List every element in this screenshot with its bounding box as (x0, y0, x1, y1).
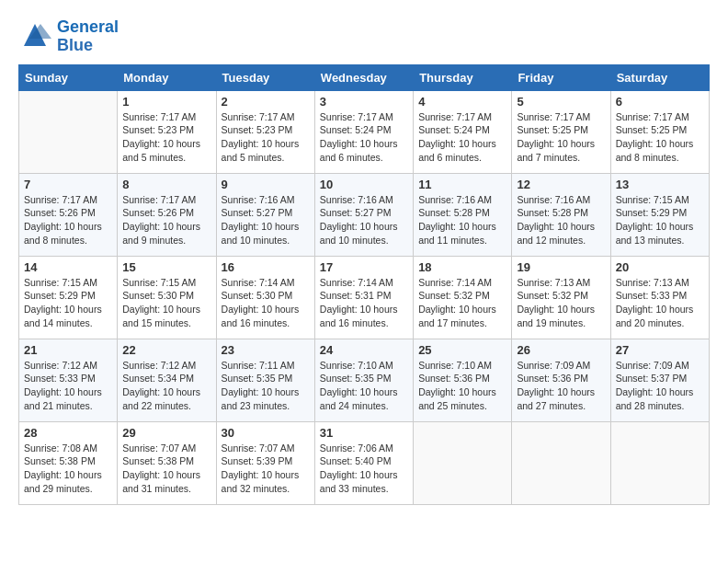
calendar-cell: 9Sunrise: 7:16 AMSunset: 5:27 PMDaylight… (216, 173, 314, 256)
day-number: 15 (122, 260, 210, 274)
calendar-cell: 3Sunrise: 7:17 AMSunset: 5:24 PMDaylight… (314, 90, 413, 173)
day-info: Sunrise: 7:06 AMSunset: 5:40 PMDaylight:… (320, 442, 408, 496)
day-info: Sunrise: 7:15 AMSunset: 5:30 PMDaylight:… (122, 276, 210, 330)
day-number: 17 (320, 260, 408, 274)
calendar-cell: 24Sunrise: 7:10 AMSunset: 5:35 PMDayligh… (314, 339, 413, 421)
day-info: Sunrise: 7:07 AMSunset: 5:38 PMDaylight:… (122, 442, 210, 496)
calendar-cell (512, 421, 610, 504)
calendar-cell: 16Sunrise: 7:14 AMSunset: 5:30 PMDayligh… (216, 256, 314, 339)
day-info: Sunrise: 7:14 AMSunset: 5:31 PMDaylight:… (320, 276, 408, 330)
day-info: Sunrise: 7:14 AMSunset: 5:30 PMDaylight:… (222, 276, 310, 330)
calendar-cell: 6Sunrise: 7:17 AMSunset: 5:25 PMDaylight… (610, 90, 709, 173)
day-info: Sunrise: 7:16 AMSunset: 5:27 PMDaylight:… (222, 193, 310, 247)
day-info: Sunrise: 7:12 AMSunset: 5:34 PMDaylight:… (122, 359, 210, 413)
calendar-cell: 8Sunrise: 7:17 AMSunset: 5:26 PMDaylight… (118, 173, 216, 256)
day-number: 20 (616, 260, 704, 274)
calendar-cell: 28Sunrise: 7:08 AMSunset: 5:38 PMDayligh… (19, 421, 118, 504)
day-number: 14 (24, 260, 112, 274)
day-number: 6 (616, 95, 704, 109)
day-number: 18 (418, 260, 506, 274)
calendar-header: SundayMondayTuesdayWednesdayThursdayFrid… (19, 64, 710, 90)
day-info: Sunrise: 7:09 AMSunset: 5:37 PMDaylight:… (616, 359, 704, 413)
day-info: Sunrise: 7:12 AMSunset: 5:33 PMDaylight:… (24, 359, 112, 413)
col-header-friday: Friday (512, 64, 610, 90)
calendar-cell: 12Sunrise: 7:16 AMSunset: 5:28 PMDayligh… (512, 173, 610, 256)
day-number: 21 (24, 343, 112, 357)
day-number: 26 (517, 343, 605, 357)
day-info: Sunrise: 7:17 AMSunset: 5:26 PMDaylight:… (122, 193, 210, 247)
day-info: Sunrise: 7:13 AMSunset: 5:32 PMDaylight:… (517, 276, 605, 330)
col-header-saturday: Saturday (610, 64, 709, 90)
day-info: Sunrise: 7:10 AMSunset: 5:35 PMDaylight:… (320, 359, 408, 413)
day-info: Sunrise: 7:15 AMSunset: 5:29 PMDaylight:… (616, 193, 704, 247)
day-number: 8 (122, 178, 210, 191)
calendar-cell: 22Sunrise: 7:12 AMSunset: 5:34 PMDayligh… (118, 339, 216, 421)
calendar-cell: 18Sunrise: 7:14 AMSunset: 5:32 PMDayligh… (414, 256, 512, 339)
day-number: 1 (122, 95, 210, 109)
day-number: 7 (24, 178, 112, 191)
calendar-cell: 30Sunrise: 7:07 AMSunset: 5:39 PMDayligh… (216, 421, 314, 504)
day-info: Sunrise: 7:14 AMSunset: 5:32 PMDaylight:… (418, 276, 506, 330)
day-number: 4 (418, 95, 506, 109)
day-number: 24 (320, 343, 408, 357)
calendar-table: SundayMondayTuesdayWednesdayThursdayFrid… (18, 64, 710, 505)
day-number: 30 (222, 426, 310, 440)
col-header-thursday: Thursday (414, 64, 512, 90)
page-header: General Blue (18, 18, 710, 55)
logo: General Blue (18, 18, 119, 55)
day-number: 27 (616, 343, 704, 357)
calendar-cell: 26Sunrise: 7:09 AMSunset: 5:36 PMDayligh… (512, 339, 610, 421)
day-info: Sunrise: 7:16 AMSunset: 5:27 PMDaylight:… (320, 193, 408, 247)
calendar-cell: 29Sunrise: 7:07 AMSunset: 5:38 PMDayligh… (118, 421, 216, 504)
calendar-cell: 4Sunrise: 7:17 AMSunset: 5:24 PMDaylight… (414, 90, 512, 173)
calendar-cell: 23Sunrise: 7:11 AMSunset: 5:35 PMDayligh… (216, 339, 314, 421)
day-info: Sunrise: 7:17 AMSunset: 5:23 PMDaylight:… (122, 110, 210, 165)
day-info: Sunrise: 7:13 AMSunset: 5:33 PMDaylight:… (616, 276, 704, 330)
calendar-cell: 19Sunrise: 7:13 AMSunset: 5:32 PMDayligh… (512, 256, 610, 339)
day-number: 28 (24, 426, 112, 440)
day-info: Sunrise: 7:16 AMSunset: 5:28 PMDaylight:… (418, 193, 506, 247)
col-header-tuesday: Tuesday (216, 64, 314, 90)
calendar-cell: 11Sunrise: 7:16 AMSunset: 5:28 PMDayligh… (414, 173, 512, 256)
calendar-cell: 5Sunrise: 7:17 AMSunset: 5:25 PMDaylight… (512, 90, 610, 173)
day-number: 29 (122, 426, 210, 440)
logo-text: General Blue (57, 18, 119, 55)
calendar-cell: 27Sunrise: 7:09 AMSunset: 5:37 PMDayligh… (610, 339, 709, 421)
day-number: 3 (320, 95, 408, 109)
calendar-cell: 2Sunrise: 7:17 AMSunset: 5:23 PMDaylight… (216, 90, 314, 173)
calendar-cell: 7Sunrise: 7:17 AMSunset: 5:26 PMDaylight… (19, 173, 118, 256)
day-number: 2 (222, 95, 310, 109)
day-info: Sunrise: 7:16 AMSunset: 5:28 PMDaylight:… (517, 193, 605, 247)
calendar-cell: 13Sunrise: 7:15 AMSunset: 5:29 PMDayligh… (610, 173, 709, 256)
day-number: 25 (418, 343, 506, 357)
calendar-cell: 31Sunrise: 7:06 AMSunset: 5:40 PMDayligh… (314, 421, 413, 504)
day-number: 10 (320, 178, 408, 191)
day-info: Sunrise: 7:17 AMSunset: 5:25 PMDaylight:… (517, 110, 605, 165)
day-number: 5 (517, 95, 605, 109)
day-info: Sunrise: 7:17 AMSunset: 5:24 PMDaylight:… (418, 110, 506, 165)
calendar-cell: 15Sunrise: 7:15 AMSunset: 5:30 PMDayligh… (118, 256, 216, 339)
day-info: Sunrise: 7:15 AMSunset: 5:29 PMDaylight:… (24, 276, 112, 330)
day-info: Sunrise: 7:17 AMSunset: 5:23 PMDaylight:… (222, 110, 310, 165)
day-info: Sunrise: 7:10 AMSunset: 5:36 PMDaylight:… (418, 359, 506, 413)
day-info: Sunrise: 7:17 AMSunset: 5:26 PMDaylight:… (24, 193, 112, 247)
day-info: Sunrise: 7:17 AMSunset: 5:25 PMDaylight:… (616, 110, 704, 165)
col-header-wednesday: Wednesday (314, 64, 413, 90)
calendar-cell: 25Sunrise: 7:10 AMSunset: 5:36 PMDayligh… (414, 339, 512, 421)
day-number: 22 (122, 343, 210, 357)
day-number: 11 (418, 178, 506, 191)
day-info: Sunrise: 7:07 AMSunset: 5:39 PMDaylight:… (222, 442, 310, 496)
day-info: Sunrise: 7:08 AMSunset: 5:38 PMDaylight:… (24, 442, 112, 496)
calendar-cell: 14Sunrise: 7:15 AMSunset: 5:29 PMDayligh… (19, 256, 118, 339)
calendar-cell (610, 421, 709, 504)
calendar-cell: 10Sunrise: 7:16 AMSunset: 5:27 PMDayligh… (314, 173, 413, 256)
calendar-cell (19, 90, 118, 173)
day-number: 9 (222, 178, 310, 191)
day-number: 19 (517, 260, 605, 274)
day-number: 16 (222, 260, 310, 274)
day-info: Sunrise: 7:09 AMSunset: 5:36 PMDaylight:… (517, 359, 605, 413)
calendar-cell (414, 421, 512, 504)
calendar-cell: 20Sunrise: 7:13 AMSunset: 5:33 PMDayligh… (610, 256, 709, 339)
day-number: 23 (222, 343, 310, 357)
calendar-cell: 1Sunrise: 7:17 AMSunset: 5:23 PMDaylight… (118, 90, 216, 173)
